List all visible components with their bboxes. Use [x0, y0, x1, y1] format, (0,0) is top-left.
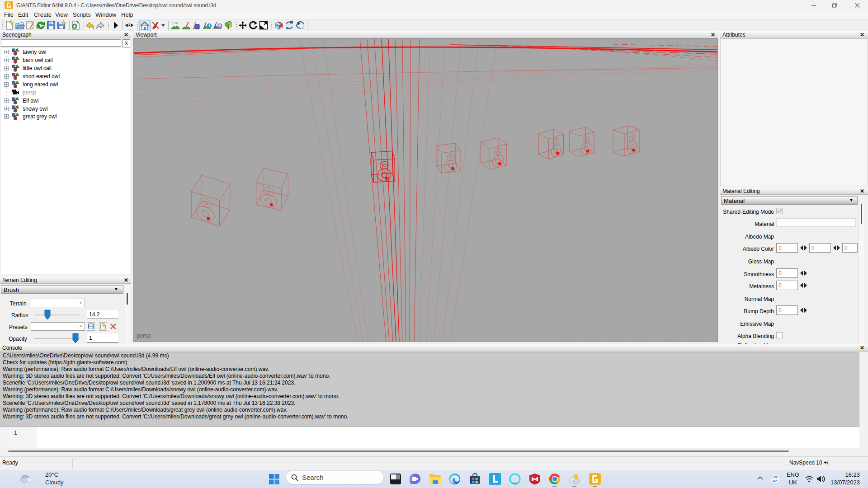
svg-text:snowy owl: snowy owl — [23, 106, 47, 112]
svg-text:barn owl call: barn owl call — [23, 57, 53, 63]
svg-text:short eared owl: short eared owl — [23, 73, 60, 80]
svg-text:P: P — [218, 23, 221, 28]
svg-text:tawny owl: tawny owl — [23, 49, 47, 55]
svg-text:A: A — [276, 25, 278, 29]
svg-text:Elf owl: Elf owl — [23, 98, 38, 104]
svg-text:long eared owl: long eared owl — [23, 81, 58, 88]
svg-text:B: B — [279, 26, 282, 30]
svg-text:great grey owl: great grey owl — [23, 113, 57, 120]
svg-text:little owl call: little owl call — [23, 65, 52, 71]
svg-text:persp: persp — [23, 89, 36, 96]
